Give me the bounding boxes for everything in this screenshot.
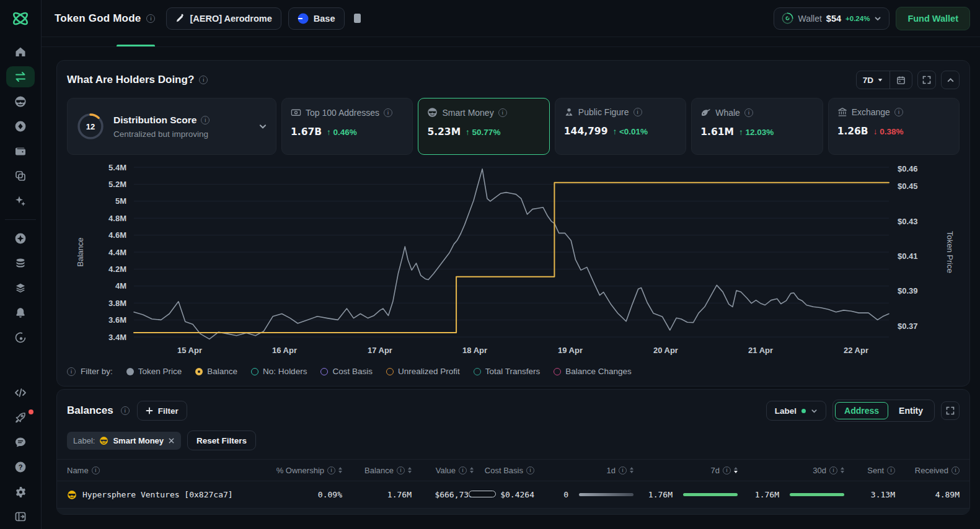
column-info-icon[interactable] [887,466,895,474]
svg-text:4.4M: 4.4M [108,248,126,257]
card-distribution-score[interactable]: 12 Distribution Score Centralized but im… [67,98,276,155]
legend-item-no-holders[interactable]: No: Holders [251,367,307,376]
sidebar-item-multichain[interactable] [6,165,35,186]
column-info-icon[interactable] [619,466,627,474]
copy-address-button[interactable] [353,13,361,24]
card-change: 0.38% [873,127,904,136]
legend-label: Total Transfers [485,367,541,376]
sidebar-item-discover[interactable] [6,228,35,249]
remove-chip-icon[interactable] [168,437,175,444]
calendar-button[interactable] [890,71,912,89]
table-row[interactable]: Hypersphere Ventures [0x827ca7]0.09%1.76… [57,481,969,509]
filter-chip-smart-money[interactable]: Label: Smart Money [67,432,181,450]
card-info-icon[interactable] [633,108,642,116]
balances-info-icon[interactable] [121,406,130,415]
legend-item-balance-changes[interactable]: Balance Changes [554,367,632,376]
sidebar: ? [0,0,42,529]
expand-table-button[interactable] [941,401,960,420]
card-exchange[interactable]: Exchange 1.26B 0.38% [828,98,960,155]
column-info-icon[interactable] [723,466,731,474]
legend-label: Token Price [138,367,182,376]
column-header-value[interactable]: Value [412,466,474,475]
copy-icon [353,13,361,24]
filter-by-label: Filter by: [81,367,113,376]
token-selector-button[interactable]: [AERO] Aerodrome [166,7,281,30]
column-header-30d[interactable]: 30d [738,466,844,475]
fund-wallet-button[interactable]: Fund Wallet [896,7,970,30]
column-info-icon[interactable] [92,466,100,474]
svg-text:5.2M: 5.2M [108,180,126,189]
card-whale[interactable]: Whale 1.61M 12.03% [691,98,823,155]
chevron-down-icon[interactable] [258,122,267,131]
legend-item-token-price[interactable]: Token Price [126,367,182,376]
add-filter-button[interactable]: Filter [137,401,187,421]
card-info-icon[interactable] [744,108,753,117]
card-smart-money[interactable]: Smart Money 5.23M 50.77% [418,98,549,155]
title-info-icon[interactable] [146,14,155,23]
fullscreen-icon [946,406,955,415]
column-info-icon[interactable] [526,466,534,474]
card-info-icon[interactable] [384,108,392,117]
legend-item-total-transfers[interactable]: Total Transfers [474,367,541,376]
sidebar-item-collapse[interactable] [6,506,35,527]
legend-label: Unrealized Profit [398,367,460,376]
sidebar-item-alerts[interactable] [6,302,35,323]
sidebar-item-api[interactable] [6,382,35,403]
column-info-icon[interactable] [829,466,837,474]
card-info-icon[interactable] [894,108,903,116]
svg-text:3.4M: 3.4M [108,333,126,342]
card-top-100-addresses[interactable]: Top 100 Addresses 1.67B 0.46% [281,98,413,155]
collapse-panel-button[interactable] [941,71,960,89]
column-info-icon[interactable] [327,466,335,474]
legend-item-cost-basis[interactable]: Cost Basis [320,367,373,376]
holders-chart[interactable]: 3.4M3.6M3.8M4M4.2M4.4M4.6M4.8M5M5.2M5.4M… [57,155,969,364]
column-header-name: Name [67,466,268,475]
reset-filters-button[interactable]: Reset Filters [187,431,256,450]
sidebar-item-home[interactable] [6,42,35,63]
holders-panel: What Are Holders Doing? 7D [56,60,970,387]
tab-entity[interactable]: Entity [890,402,932,419]
person-icon [564,107,574,117]
sidebar-item-portfolio[interactable] [6,141,35,162]
column-info-icon[interactable] [951,466,960,474]
card-public-figure[interactable]: Public Figure 144,799 <0.01% [555,98,686,155]
column-header-ownership[interactable]: % Ownership [268,466,342,475]
legend-item-balance[interactable]: Balance [195,367,237,376]
label-select-button[interactable]: Label [766,401,826,421]
horizontal-scrollbar-thumb[interactable] [469,491,496,497]
expand-panel-button[interactable] [917,71,936,89]
chevron-up-icon [947,76,955,84]
wallet-icon [14,145,27,157]
column-header-balance[interactable]: Balance [342,466,412,475]
sidebar-item-assets[interactable] [6,253,35,274]
column-info-icon[interactable] [459,466,467,474]
legend-item-unrealized-profit[interactable]: Unrealized Profit [386,367,460,376]
column-header-1d[interactable]: 1d [534,466,633,475]
sidebar-item-token[interactable] [6,116,35,137]
filter-info-icon[interactable] [67,367,76,376]
sidebar-item-token-flows[interactable] [6,66,35,87]
content-scroll-area[interactable]: What Are Holders Doing? 7D [42,47,980,529]
card-info-icon[interactable] [498,108,507,117]
column-info-icon[interactable] [397,466,405,474]
topbar: Token God Mode [AERO] Aerodrome Base Wal… [42,0,980,37]
chain-selector-button[interactable]: Base [288,7,345,30]
sidebar-item-watchlist[interactable] [6,327,35,348]
sidebar-item-whats-new[interactable] [6,407,35,428]
sidebar-item-settings[interactable] [6,481,35,502]
column-header-7d[interactable]: 7d [633,466,738,475]
range-select-7d[interactable]: 7D [857,71,890,89]
holder-name[interactable]: Hypersphere Ventures [0x827ca7] [82,490,233,499]
tab-address[interactable]: Address [835,402,888,419]
svg-text:4.6M: 4.6M [108,230,126,240]
holders-info-icon[interactable] [199,76,208,84]
card-change: 12.03% [739,128,774,137]
wallet-menu[interactable]: Wallet $54 +0.24% [774,7,890,30]
sidebar-item-smart-money[interactable] [6,91,35,112]
compass-icon [14,232,27,245]
card-info-icon[interactable] [201,116,210,125]
sidebar-item-stack[interactable] [6,278,35,299]
sidebar-item-chat[interactable] [6,432,35,453]
sidebar-item-help[interactable]: ? [6,457,35,478]
sidebar-item-ai[interactable] [6,190,35,211]
